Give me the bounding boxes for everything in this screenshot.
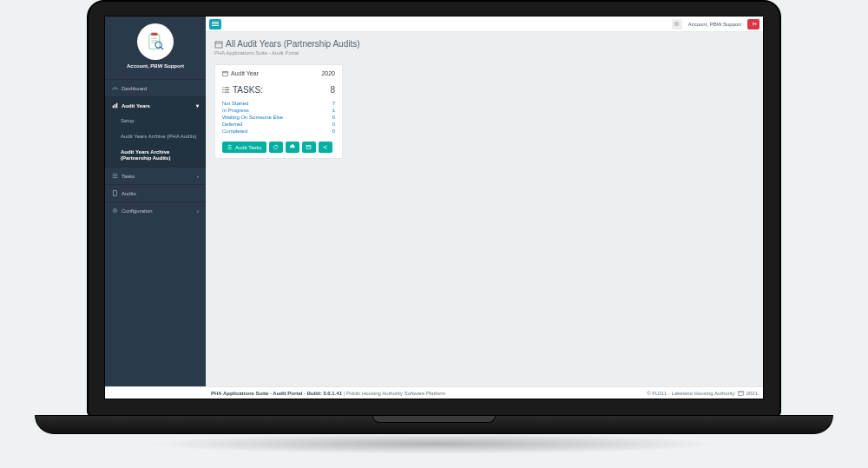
footer-app-name: PHA Applications Suite - Audit Portal - … bbox=[211, 391, 342, 396]
content: All Audit Years (Partnership Audits) PHA… bbox=[206, 32, 763, 386]
svg-line-38 bbox=[325, 148, 326, 148]
refresh-button[interactable] bbox=[269, 142, 283, 153]
svg-line-37 bbox=[325, 146, 326, 147]
tasks-total: 8 bbox=[330, 85, 335, 95]
settings-button[interactable] bbox=[672, 19, 682, 30]
chevron-left-icon: ‹ bbox=[197, 208, 199, 214]
laptop-base bbox=[35, 415, 833, 434]
nav-audit-years-label: Audit Years bbox=[122, 103, 150, 109]
nav-dashboard[interactable]: Dashboard bbox=[105, 79, 206, 96]
chart-icon bbox=[112, 102, 118, 109]
svg-rect-21 bbox=[223, 71, 228, 76]
audit-tasks-button[interactable]: Audit Tasks bbox=[222, 142, 266, 153]
task-value: 1 bbox=[332, 108, 335, 113]
card-header: Audit Year 2020 bbox=[222, 70, 335, 76]
page-title-text: All Audit Years (Partnership Audits) bbox=[226, 39, 360, 49]
svg-point-28 bbox=[222, 92, 223, 93]
avatar bbox=[137, 23, 174, 60]
list-icon bbox=[227, 144, 233, 150]
calendar-icon bbox=[306, 144, 312, 150]
audit-clipboard-icon bbox=[145, 31, 166, 52]
menu-toggle-button[interactable] bbox=[209, 19, 221, 30]
chevron-left-icon: ‹ bbox=[197, 174, 199, 179]
audit-year-card: Audit Year 2020 TASKS: 8 Not Started7 In… bbox=[214, 64, 343, 159]
share-button[interactable] bbox=[319, 142, 332, 153]
task-label: Deferred bbox=[222, 122, 242, 127]
nav-audits-label: Audits bbox=[122, 191, 136, 196]
task-row-waiting[interactable]: Waiting On Someone Else0 bbox=[222, 114, 335, 121]
task-row-not-started[interactable]: Not Started7 bbox=[222, 100, 335, 107]
screen: Account, PBW Support Dashboard Audit Yea… bbox=[104, 16, 764, 399]
topbar: Account, PBW Support bbox=[206, 16, 763, 32]
sidebar-account-name: Account, PBW Support bbox=[105, 63, 206, 69]
svg-rect-32 bbox=[306, 145, 311, 148]
task-rows: Not Started7 In Progress1 Waiting On Som… bbox=[222, 100, 335, 135]
task-value: 0 bbox=[332, 122, 335, 127]
topbar-account-label[interactable]: Account, PBW Support bbox=[685, 22, 745, 27]
subnav-setup-label: Setup bbox=[121, 118, 135, 123]
logout-button[interactable] bbox=[747, 19, 760, 30]
nav-audit-years[interactable]: Audit Years ▾ bbox=[105, 96, 206, 114]
nav-tasks-label: Tasks bbox=[122, 174, 135, 179]
page-title: All Audit Years (Partnership Audits) bbox=[214, 39, 754, 49]
hamburger-icon bbox=[212, 23, 219, 24]
nav-dashboard-label: Dashboard bbox=[122, 86, 147, 91]
topbar-right: Account, PBW Support bbox=[672, 19, 760, 30]
svg-line-7 bbox=[115, 89, 116, 89]
share-icon bbox=[322, 144, 328, 150]
subnav-setup[interactable]: Setup bbox=[105, 114, 206, 129]
footer: PHA Applications Suite - Audit Portal - … bbox=[105, 386, 763, 399]
task-value: 7 bbox=[332, 101, 335, 106]
svg-point-27 bbox=[222, 89, 223, 90]
svg-rect-8 bbox=[113, 106, 114, 109]
nav-audits[interactable]: Audits bbox=[105, 184, 206, 201]
subnav-archive-pha-label: Audit Years Archive (PHA Audits) bbox=[121, 134, 196, 139]
calendar-icon bbox=[738, 390, 744, 396]
chevron-down-icon: ▾ bbox=[196, 102, 199, 109]
sidebar: Account, PBW Support Dashboard Audit Yea… bbox=[105, 16, 206, 386]
footer-left: PHA Applications Suite - Audit Portal - … bbox=[211, 391, 445, 396]
nav-tasks[interactable]: Tasks ‹ bbox=[105, 167, 206, 184]
nav-lower: Tasks ‹ Audits Configuration ‹ bbox=[105, 167, 206, 219]
page-subtitle: PHA Applications Suite - Audit Portal bbox=[214, 50, 754, 56]
tasks-header: TASKS: 8 bbox=[222, 85, 335, 95]
task-row-deferred[interactable]: Deferred0 bbox=[222, 121, 335, 128]
svg-rect-39 bbox=[738, 391, 743, 395]
svg-point-16 bbox=[115, 210, 115, 211]
card-year: 2020 bbox=[321, 70, 335, 76]
svg-point-18 bbox=[676, 23, 677, 24]
nav-configuration[interactable]: Configuration ‹ bbox=[105, 201, 206, 219]
task-value: 0 bbox=[332, 115, 335, 120]
calendar-button[interactable] bbox=[302, 142, 316, 153]
footer-org: © FL011 - Lakeland Housing Authority bbox=[647, 391, 734, 396]
card-actions: Audit Tasks bbox=[222, 142, 335, 153]
cloud-download-icon bbox=[289, 144, 295, 150]
subnav-archive-partnership[interactable]: Audit Years Archive (Partnership Audits) bbox=[105, 145, 206, 168]
subnav-archive-pha[interactable]: Audit Years Archive (PHA Audits) bbox=[105, 129, 206, 145]
tasks-label: TASKS: bbox=[233, 85, 263, 95]
logout-icon bbox=[751, 21, 757, 27]
audit-tasks-label: Audit Tasks bbox=[235, 145, 262, 150]
task-value: 0 bbox=[332, 129, 335, 134]
task-label: Not Started bbox=[222, 101, 248, 106]
svg-point-26 bbox=[222, 87, 223, 88]
footer-year: 2021 bbox=[746, 391, 758, 396]
gauge-icon bbox=[112, 85, 118, 91]
svg-rect-14 bbox=[113, 191, 116, 196]
avatar-wrap: Account, PBW Support bbox=[105, 16, 206, 79]
laptop-frame: Account, PBW Support Dashboard Audit Yea… bbox=[87, 0, 781, 417]
nav-configuration-label: Configuration bbox=[122, 208, 153, 214]
svg-rect-19 bbox=[215, 42, 222, 48]
subnav-audit-years: Setup Audit Years Archive (PHA Audits) A… bbox=[105, 114, 206, 167]
card-header-label: Audit Year bbox=[231, 70, 259, 76]
task-row-completed[interactable]: Completed0 bbox=[222, 128, 335, 135]
nav: Dashboard Audit Years ▾ bbox=[105, 79, 206, 114]
download-button[interactable] bbox=[286, 142, 299, 153]
clipboard-icon bbox=[112, 190, 118, 196]
task-label: Completed bbox=[222, 129, 247, 134]
svg-rect-1 bbox=[151, 33, 157, 36]
task-row-in-progress[interactable]: In Progress1 bbox=[222, 107, 335, 114]
laptop-shadow bbox=[26, 434, 842, 458]
calendar-icon bbox=[214, 40, 223, 49]
list-icon bbox=[222, 86, 230, 94]
